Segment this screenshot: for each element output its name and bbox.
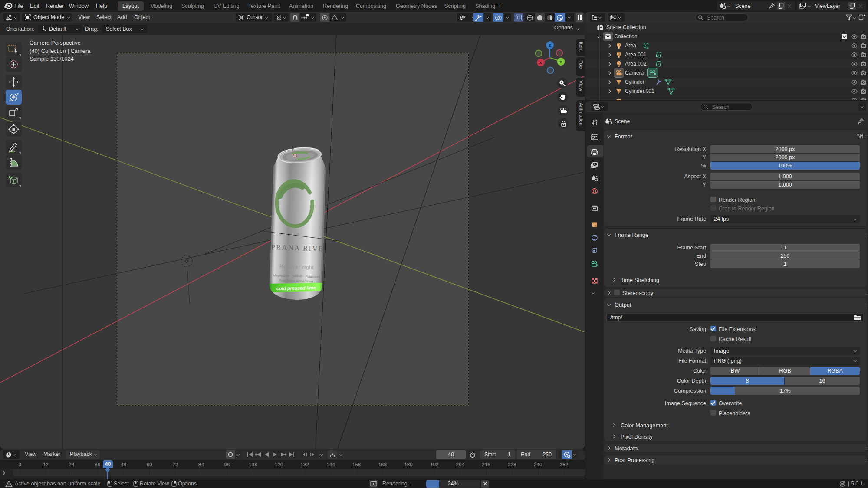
- svg-text:Y: Y: [559, 59, 562, 64]
- svg-text:Z: Z: [549, 43, 551, 48]
- svg-text:X: X: [539, 60, 542, 65]
